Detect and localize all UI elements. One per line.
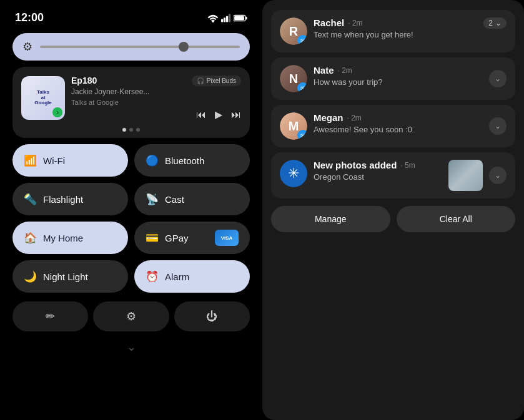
photos-title: New photos added xyxy=(314,160,397,170)
media-episode: Ep180 xyxy=(71,76,97,85)
power-icon: ⏻ xyxy=(206,310,217,323)
notification-actions: Manage Clear All xyxy=(271,206,515,232)
chevron-down[interactable]: ⌄ xyxy=(12,340,250,354)
photos-thumbnail xyxy=(448,160,483,191)
svg-rect-7 xyxy=(234,16,244,20)
settings-icon: ⚙ xyxy=(126,310,136,323)
play-button[interactable]: ▶ xyxy=(215,109,222,120)
rachel-message: Text me when you get here! xyxy=(314,30,477,39)
dot-1 xyxy=(122,128,126,132)
edit-icon: ✏ xyxy=(46,310,55,323)
media-title-row: Ep180 🎧 Pixel Buds xyxy=(71,76,241,86)
photos-app-icon: ✳ xyxy=(280,160,307,187)
status-bar: 12:00 xyxy=(12,11,250,24)
photos-subtitle: Oregon Coast xyxy=(314,172,442,182)
media-controls: ⏮ ▶ ⏭ xyxy=(71,109,241,120)
bluetooth-icon: 🔵 xyxy=(146,154,159,167)
photos-content: New photos added · 5m Oregon Coast xyxy=(314,160,442,182)
media-thumb-logo: TalksatGoogle xyxy=(34,90,52,106)
manage-button[interactable]: Manage xyxy=(271,206,390,232)
status-time: 12:00 xyxy=(15,11,44,24)
photos-header: New photos added · 5m xyxy=(314,160,442,170)
myhome-label: My Home xyxy=(43,233,83,243)
dot-3 xyxy=(136,128,140,132)
wifi-toggle[interactable]: 📶 Wi-Fi xyxy=(12,144,128,177)
bluetooth-toggle[interactable]: 🔵 Bluetooth xyxy=(134,144,250,177)
photos-time: · 5m xyxy=(400,161,415,170)
pinwheel-icon: ✳ xyxy=(288,165,299,182)
gpay-label: GPay xyxy=(165,233,189,243)
gpay-card: VISA xyxy=(215,230,239,246)
gpay-row: GPay VISA xyxy=(165,230,239,246)
rachel-header: Rachel · 2m xyxy=(314,17,477,28)
nate-name: Nate xyxy=(314,65,334,76)
left-panel: 12:00 ⚙ xyxy=(0,0,262,420)
moon-icon: 🌙 xyxy=(24,270,37,283)
myhome-toggle[interactable]: 🏠 My Home xyxy=(12,222,128,254)
media-show: Talks at Google xyxy=(71,99,241,106)
media-row: TalksatGoogle ♪ Ep180 🎧 Pixel Buds Jacki… xyxy=(21,76,241,120)
clear-all-button[interactable]: Clear All xyxy=(397,206,516,232)
megan-expand-button[interactable]: ⌄ xyxy=(489,117,507,135)
dot-2 xyxy=(129,128,133,132)
rewind-button[interactable]: ⏮ xyxy=(196,109,206,120)
flashlight-toggle[interactable]: 🔦 Flashlight xyxy=(12,183,128,215)
alarm-icon: ⏰ xyxy=(146,270,159,283)
brightness-thumb xyxy=(179,42,189,52)
power-button[interactable]: ⏻ xyxy=(174,301,250,331)
megan-message: Awesome! See you soon :0 xyxy=(314,125,483,134)
alarm-toggle[interactable]: ⏰ Alarm xyxy=(134,260,250,293)
rachel-avatar: R ✉ xyxy=(280,17,307,45)
megan-header: Megan · 2m xyxy=(314,112,483,123)
megan-avatar: M ✉ xyxy=(280,112,307,140)
wifi-label: Wi-Fi xyxy=(43,155,65,166)
megan-time: · 2m xyxy=(347,114,362,122)
photos-expand-button[interactable]: ⌄ xyxy=(489,167,507,184)
device-label: Pixel Buds xyxy=(207,77,236,84)
edit-button[interactable]: ✏ xyxy=(12,301,88,331)
rachel-content: Rachel · 2m Text me when you get here! xyxy=(314,17,477,39)
nate-avatar: N ✉ xyxy=(280,65,307,92)
fast-forward-button[interactable]: ⏭ xyxy=(231,109,241,120)
cast-label: Cast xyxy=(165,194,184,205)
rachel-name: Rachel xyxy=(314,17,344,28)
wifi-status-icon xyxy=(207,14,219,22)
media-device-badge: 🎧 Pixel Buds xyxy=(192,76,241,86)
nate-time: · 2m xyxy=(338,66,352,75)
brightness-slider[interactable]: ⚙ xyxy=(12,33,250,61)
bluetooth-label: Bluetooth xyxy=(165,155,204,166)
cast-icon: 📡 xyxy=(146,193,159,206)
brightness-icon: ⚙ xyxy=(22,40,32,54)
nightlight-toggle[interactable]: 🌙 Night Light xyxy=(12,260,128,293)
nightlight-label: Night Light xyxy=(43,271,88,282)
media-info: Ep180 🎧 Pixel Buds Jackie Joyner-Kersee.… xyxy=(71,76,241,120)
cast-toggle[interactable]: 📡 Cast xyxy=(134,183,250,215)
rachel-count: 2 xyxy=(488,19,493,27)
media-artist: Jackie Joyner-Kersee... xyxy=(71,87,177,96)
message-badge-megan: ✉ xyxy=(297,130,307,140)
wifi-icon: 📶 xyxy=(24,154,37,167)
spotify-icon: ♪ xyxy=(52,107,62,117)
media-thumbnail: TalksatGoogle ♪ xyxy=(21,76,65,120)
svg-rect-1 xyxy=(221,19,223,22)
message-badge-nate: ✉ xyxy=(297,82,307,92)
notification-photos: ✳ New photos added · 5m Oregon Coast ⌄ xyxy=(271,152,515,198)
svg-rect-3 xyxy=(226,16,228,22)
chevron-icon: ⌄ xyxy=(495,19,502,27)
nate-expand-button[interactable]: ⌄ xyxy=(489,70,507,87)
notification-megan: M ✉ Megan · 2m Awesome! See you soon :0 … xyxy=(271,105,515,147)
rachel-count-badge[interactable]: 2 ⌄ xyxy=(483,17,507,29)
notification-nate: N ✉ Nate · 2m How was your trip? ⌄ xyxy=(271,57,515,100)
notification-rachel: R ✉ Rachel · 2m Text me when you get her… xyxy=(271,10,515,52)
bottom-actions: ✏ ⚙ ⏻ xyxy=(12,301,250,331)
settings-button[interactable]: ⚙ xyxy=(93,301,169,331)
rachel-time: · 2m xyxy=(348,19,362,27)
home-icon: 🏠 xyxy=(24,232,37,245)
right-panel: R ✉ Rachel · 2m Text me when you get her… xyxy=(262,0,524,420)
message-badge: ✉ xyxy=(297,35,307,45)
brightness-track xyxy=(40,46,240,48)
gpay-toggle[interactable]: 💳 GPay VISA xyxy=(134,222,250,254)
flashlight-label: Flashlight xyxy=(43,194,83,205)
alarm-label: Alarm xyxy=(165,271,189,282)
svg-rect-2 xyxy=(224,17,225,22)
